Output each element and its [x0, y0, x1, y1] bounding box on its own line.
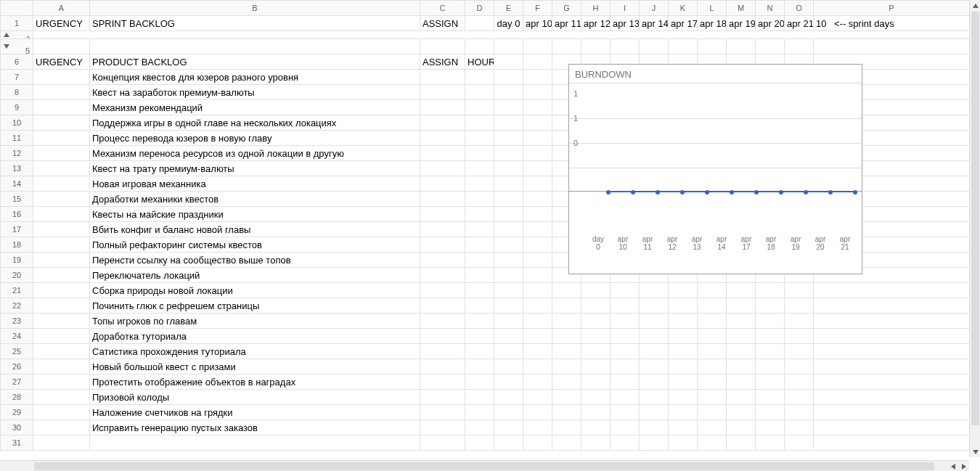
row-header-15[interactable]: 15	[1, 192, 33, 207]
row-5[interactable]: 5	[1, 39, 970, 54]
cell-A1[interactable]: URGENCY	[33, 16, 90, 31]
cell-B25[interactable]: Сатистика прохождения туториала	[90, 344, 420, 359]
col-header-J[interactable]: J	[640, 1, 669, 16]
col-header-A[interactable]: A	[33, 1, 90, 16]
cell-B29[interactable]: Наложение счетчиков на грядки	[90, 405, 420, 420]
cell-D6[interactable]: HOURS	[465, 54, 494, 70]
row-22[interactable]: 22Починить глюк с рефрешем страницы	[1, 298, 970, 314]
cell-B26[interactable]: Новый большой квест с призами	[90, 359, 420, 374]
row-header-13[interactable]: 13	[1, 161, 33, 176]
row-30[interactable]: 30Исправить генерацию пустых заказов	[1, 420, 970, 435]
cell-F1[interactable]: apr 10	[523, 16, 552, 31]
row-1[interactable]: 1 URGENCY SPRINT BACKLOG ASSIGN day 0 ap…	[1, 16, 970, 31]
row-24[interactable]: 24Доработка туториала	[1, 329, 970, 344]
cell-B17[interactable]: Вбить конфиг и баланс новой главы	[90, 222, 420, 237]
cell-O1[interactable]: apr 21	[785, 16, 814, 31]
col-header-G[interactable]: G	[552, 1, 581, 16]
row-header-19[interactable]: 19	[1, 253, 33, 268]
row-header-5[interactable]: 5	[1, 39, 33, 54]
cell-B18[interactable]: Полный рефакторинг системы квестов	[90, 237, 420, 253]
row-header-21[interactable]: 21	[1, 283, 33, 298]
row-21[interactable]: 21Сборка природы новой локации	[1, 283, 970, 298]
col-header-N[interactable]: N	[756, 1, 785, 16]
horizontal-scrollbar[interactable]	[0, 460, 969, 471]
vertical-scroll-thumb[interactable]	[971, 12, 979, 425]
column-header-row[interactable]: A B C D E F G H I J K L M N O P	[1, 1, 970, 16]
cell-B12[interactable]: Механизм переноса ресурсов из одной лока…	[90, 146, 420, 161]
col-header-H[interactable]: H	[581, 1, 611, 16]
row-header-2[interactable]: 2	[1, 31, 33, 39]
row-header-7[interactable]: 7	[1, 70, 33, 85]
cell-L1[interactable]: apr 18	[698, 16, 727, 31]
row-23[interactable]: 23Топы игроков по главам	[1, 314, 970, 329]
col-header-D[interactable]: D	[465, 1, 494, 16]
cell-B16[interactable]: Квесты на майские праздники	[90, 207, 420, 222]
row-27[interactable]: 27Протестить отображение объектов в нагр…	[1, 374, 970, 390]
row-header-8[interactable]: 8	[1, 85, 33, 100]
cell-B14[interactable]: Новая игровая механника	[90, 176, 420, 192]
cell-E1[interactable]: day 0	[494, 16, 523, 31]
cell-C1[interactable]: ASSIGN	[420, 16, 465, 31]
cell-B19[interactable]: Перенсти ссылку на сообщество выше топов	[90, 253, 420, 268]
cell-B1[interactable]: SPRINT BACKLOG	[90, 16, 420, 31]
scroll-left-button[interactable]	[947, 461, 958, 471]
row-header-30[interactable]: 30	[1, 420, 33, 435]
cell-B11[interactable]: Процесс перевода юзеров в новую главу	[90, 131, 420, 146]
col-header-C[interactable]: C	[420, 1, 465, 16]
cell-J1[interactable]: apr 14	[640, 16, 669, 31]
row-header-12[interactable]: 12	[1, 146, 33, 161]
col-header-B[interactable]: B	[90, 1, 420, 16]
horizontal-scroll-thumb[interactable]	[34, 462, 934, 470]
cell-H1[interactable]: apr 12	[581, 16, 611, 31]
cell-B9[interactable]: Механизм рекомендаций	[90, 100, 420, 115]
cell-B27[interactable]: Протестить отображение объектов в наград…	[90, 374, 420, 390]
row-header-24[interactable]: 24	[1, 329, 33, 344]
col-header-E[interactable]: E	[494, 1, 523, 16]
cell-G1[interactable]: apr 11	[552, 16, 581, 31]
cell-P1[interactable]: 10 <-- sprint days	[814, 16, 970, 31]
cell-B30[interactable]: Исправить генерацию пустых заказов	[90, 420, 420, 435]
col-header-O[interactable]: O	[785, 1, 814, 16]
scroll-up-button[interactable]	[970, 0, 980, 11]
vertical-scrollbar[interactable]	[969, 0, 980, 457]
row-header-25[interactable]: 25	[1, 344, 33, 359]
row-header-26[interactable]: 26	[1, 359, 33, 374]
cell-B8[interactable]: Квест на заработок премиум-валюты	[90, 85, 420, 100]
row-31[interactable]: 31	[1, 435, 970, 451]
burndown-chart[interactable]: BURNDOWN 1 1 0 day0apr10apr11apr12apr13a…	[568, 64, 862, 274]
row-header-31[interactable]: 31	[1, 435, 33, 451]
cell-row2[interactable]	[33, 31, 970, 39]
col-header-M[interactable]: M	[727, 1, 756, 16]
row-header-11[interactable]: 11	[1, 131, 33, 146]
row-header-22[interactable]: 22	[1, 298, 33, 314]
group-expand-down-icon[interactable]	[4, 44, 9, 49]
cell-K1[interactable]: apr 17	[669, 16, 698, 31]
row-header-28[interactable]: 28	[1, 390, 33, 405]
row-25[interactable]: 25Сатистика прохождения туториала	[1, 344, 970, 359]
col-header-P[interactable]: P	[814, 1, 970, 16]
cell-B20[interactable]: Переключатель локаций	[90, 268, 420, 283]
row-header-16[interactable]: 16	[1, 207, 33, 222]
row-2[interactable]: 2	[1, 31, 970, 39]
row-header-18[interactable]: 18	[1, 237, 33, 253]
cell-A6[interactable]: URGENCY	[33, 54, 90, 70]
cell-B13[interactable]: Квест на трату премиум-валюты	[90, 161, 420, 176]
cell-B7[interactable]: Концепция квестов для юзеров разного уро…	[90, 70, 420, 85]
cell-N1[interactable]: apr 20	[756, 16, 785, 31]
cell-B6[interactable]: PRODUCT BACKLOG	[90, 54, 420, 70]
cell-M1[interactable]: apr 19	[727, 16, 756, 31]
row-26[interactable]: 26Новый большой квест с призами	[1, 359, 970, 374]
cell-B22[interactable]: Починить глюк с рефрешем страницы	[90, 298, 420, 314]
row-28[interactable]: 28Призовой колоды	[1, 390, 970, 405]
cell-C6[interactable]: ASSIGN	[420, 54, 465, 70]
row-header-6[interactable]: 6	[1, 54, 33, 70]
row-header-10[interactable]: 10	[1, 115, 33, 131]
col-header-F[interactable]: F	[523, 1, 552, 16]
cell-B21[interactable]: Сборка природы новой локации	[90, 283, 420, 298]
row-header-17[interactable]: 17	[1, 222, 33, 237]
group-collapse-up-icon[interactable]	[4, 33, 9, 37]
row-header-23[interactable]: 23	[1, 314, 33, 329]
row-header-29[interactable]: 29	[1, 405, 33, 420]
cell-I1[interactable]: apr 13	[611, 16, 640, 31]
row-header-9[interactable]: 9	[1, 100, 33, 115]
